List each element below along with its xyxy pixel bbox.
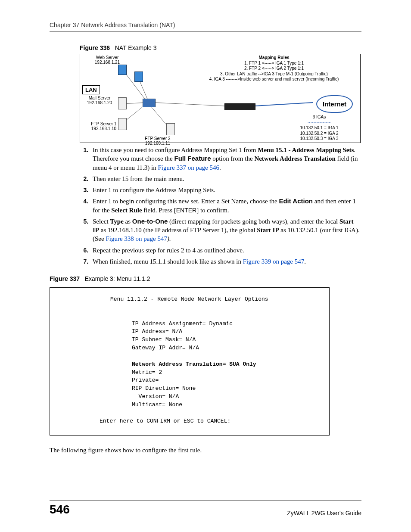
- figure-337-caption: Figure 337 Example 3: Menu 11.1.2: [50, 275, 361, 282]
- rules-title: Mapping Rules: [258, 55, 289, 60]
- svg-line-6: [255, 103, 313, 106]
- step-1: In this case you need to configure Addre…: [90, 146, 361, 172]
- chapter-header: Chapter 37 Network Address Translation (…: [50, 22, 361, 28]
- footer-rule: [50, 501, 361, 501]
- menu-confirm: Enter here to CONFIRM or ESC to CANCEL:: [50, 417, 329, 426]
- ftp1-label: FTP Server 1 192.168.1.10: [89, 121, 119, 131]
- rule-4: 4. IGA 3 -------->Inside web server and …: [209, 77, 339, 81]
- web-server-label: Web Server 192.168.1.21: [92, 55, 122, 65]
- pc-icon: [134, 72, 143, 82]
- figure-336-caption: Figure 336 NAT Example 3: [80, 44, 361, 51]
- iga-block: 3 IGAs ~~~~~~~~ 10.132.50.1 = IGA 1 10.1…: [285, 115, 354, 142]
- ftp1-icon: [118, 118, 127, 130]
- iga-1: 10.132.50.1 = IGA 1: [300, 125, 338, 130]
- step-3: Enter 1 to configure the Address Mapping…: [90, 186, 361, 194]
- figure-336-title: NAT Example 3: [115, 44, 157, 51]
- rule-3: 3. Other LAN traffic -->IGA 3 Type M-1 (…: [220, 72, 328, 76]
- page-number: 546: [50, 503, 70, 516]
- menu-screen: Menu 11.1.2 - Remote Node Network Layer …: [50, 287, 330, 436]
- svg-line-5: [153, 103, 224, 106]
- step-4: Enter 1 to begin configuring this new se…: [90, 197, 361, 215]
- router-icon: [224, 103, 255, 110]
- rule-2: 2. FTP 2 <-----> IGA 2 Type 1:1: [244, 66, 304, 71]
- menu-title: Menu 11.1.2 - Remote Node Network Layer …: [50, 296, 329, 304]
- mail-server-label: Mail Server 192.168.1.20: [84, 96, 115, 105]
- header-rule: [50, 31, 361, 31]
- figure-337-label: Figure 337: [50, 275, 80, 282]
- after-paragraph: The following figure shows how to config…: [50, 447, 361, 454]
- menu-body: IP Address Assignment= Dynamic IP Addres…: [50, 312, 329, 409]
- nat-diagram: Web Server 192.168.1.21 LAN Mail Server …: [80, 54, 361, 143]
- step-2: Then enter 15 from the main menu.: [90, 174, 361, 183]
- link-fig337[interactable]: Figure 337 on page 546: [158, 164, 219, 171]
- ftp2-label: FTP Server 2 192.168.1.11: [140, 136, 175, 146]
- iga-header: 3 IGAs: [313, 115, 326, 119]
- link-fig339[interactable]: Figure 339 on page 547: [243, 258, 304, 265]
- web-server-icon: [118, 65, 127, 75]
- figure-337-title: Example 3: Menu 11.1.2: [85, 275, 150, 282]
- switch-icon: [143, 99, 156, 107]
- iga-2: 10.132.50.2 = IGA 2: [300, 131, 338, 136]
- mapping-rules: Mapping Rules 1. FTP 1 <-----> IGA 1 Typ…: [192, 55, 356, 82]
- nat-line: Network Address Translation= SUA Only: [132, 361, 256, 367]
- steps-list: In this case you need to configure Addre…: [80, 146, 361, 266]
- guide-name: ZyWALL 2WG User's Guide: [287, 510, 361, 516]
- step-5: Select Type as One-to-One (direct mappin…: [90, 217, 361, 243]
- page-footer: 546 ZyWALL 2WG User's Guide: [50, 501, 361, 516]
- figure-336-label: Figure 336: [80, 44, 110, 51]
- iga-3: 10.132.50.3 = IGA 3: [300, 136, 338, 141]
- step-7: When finished, menu 15.1.1 should look l…: [90, 257, 361, 266]
- ftp2-icon: [166, 123, 175, 135]
- rule-1: 1. FTP 1 <-----> IGA 1 Type 1:1: [244, 61, 304, 65]
- link-fig338[interactable]: Figure 338 on page 547: [106, 235, 167, 242]
- mail-server-icon: [118, 97, 127, 109]
- internet-label: Internet: [316, 95, 353, 113]
- step-6: Repeat the previous step for rules 2 to …: [90, 246, 361, 255]
- lan-label: LAN: [82, 85, 100, 94]
